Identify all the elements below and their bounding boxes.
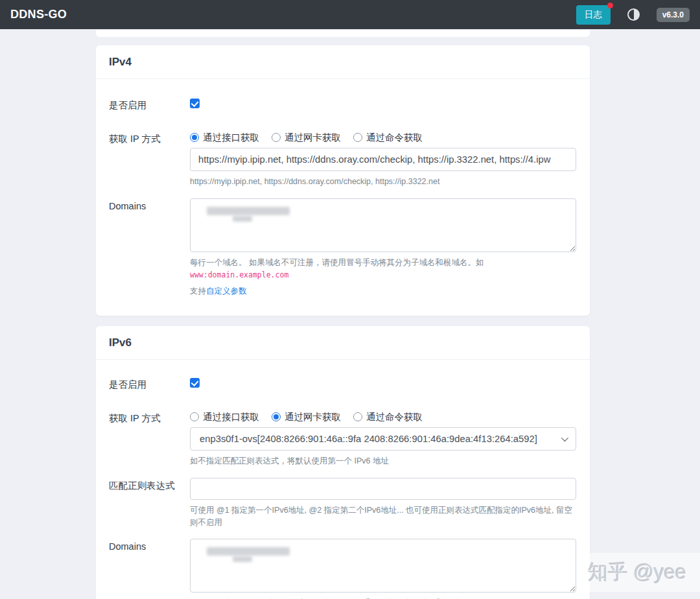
ipv4-domains-textarea[interactable] — [190, 198, 576, 252]
ipv6-enable-label: 是否启用 — [109, 377, 190, 392]
ipv6-interface-help: 如不指定匹配正则表达式，将默认使用第一个 IPv6 地址 — [190, 455, 576, 467]
ipv4-domains-label: Domains — [109, 198, 190, 298]
ipv6-regex-help: 可使用 @1 指定第一个IPv6地址, @2 指定第二个IPv6地址... 也可… — [190, 504, 576, 529]
ipv4-method-radios: 通过接口获取 通过网卡获取 通过命令获取 — [190, 131, 576, 144]
ipv4-enable-label: 是否启用 — [109, 97, 190, 112]
notification-dot-icon — [607, 3, 613, 8]
ipv4-card: IPv4 是否启用 获取 IP 方式 通过接口获取 — [96, 45, 590, 316]
ipv6-interface-select[interactable]: enp3s0f1-ovs[2408:8266:901:46a::9fa 2408… — [190, 427, 576, 451]
ipv4-domains-help: 每行一个域名。 如果域名不可注册，请使用冒号手动将其分为子域名和根域名。如 ww… — [190, 257, 576, 281]
example-domain-code: www:domain.example.com — [190, 270, 288, 279]
ipv6-method-radios: 通过接口获取 通过网卡获取 通过命令获取 — [190, 410, 576, 423]
ipv6-regex-label: 匹配正则表达式 — [109, 478, 190, 529]
custom-params-link[interactable]: 自定义参数 — [206, 287, 247, 296]
logs-button-label: 日志 — [585, 10, 602, 19]
ipv4-title: IPv4 — [109, 56, 132, 69]
ipv4-method-netcard[interactable]: 通过网卡获取 — [272, 132, 341, 144]
ipv4-enable-checkbox[interactable] — [190, 99, 200, 108]
app-brand: DDNS-GO — [10, 8, 67, 21]
version-badge: v6.3.0 — [657, 8, 690, 22]
ipv6-method-interface[interactable]: 通过接口获取 — [190, 411, 259, 423]
ipv4-api-url-input[interactable] — [190, 148, 576, 171]
ipv6-card: IPv6 是否启用 获取 IP 方式 通过接口获取 — [96, 326, 590, 599]
radio-unchecked-icon — [190, 412, 199, 421]
ipv4-method-label: 获取 IP 方式 — [109, 131, 190, 188]
ipv4-method-interface[interactable]: 通过接口获取 — [190, 132, 259, 144]
ipv6-card-header: IPv6 — [96, 326, 590, 360]
ipv6-method-label: 获取 IP 方式 — [109, 410, 190, 467]
previous-card-bottom-edge — [96, 30, 590, 37]
ipv6-enable-checkbox[interactable] — [190, 378, 200, 388]
ipv4-domains-help-2: 支持自定义参数 — [190, 285, 576, 298]
radio-unchecked-icon — [272, 133, 281, 142]
ipv4-api-url-help: https://myip.ipip.net, https://ddns.oray… — [190, 176, 576, 188]
radio-unchecked-icon — [353, 412, 362, 421]
page-content: IPv4 是否启用 获取 IP 方式 通过接口获取 — [96, 30, 590, 599]
ipv6-regex-input[interactable] — [190, 478, 576, 500]
ipv6-title: IPv6 — [109, 336, 132, 349]
ipv6-method-netcard[interactable]: 通过网卡获取 — [272, 411, 341, 423]
ipv4-method-command[interactable]: 通过命令获取 — [353, 132, 423, 144]
top-navbar: DDNS-GO 日志 v6.3.0 — [0, 0, 700, 29]
radio-checked-icon — [190, 133, 199, 142]
chevron-down-icon — [561, 434, 568, 441]
ipv6-method-command[interactable]: 通过命令获取 — [353, 411, 423, 423]
radio-checked-icon — [272, 412, 281, 421]
ipv4-card-header: IPv4 — [96, 45, 590, 79]
ipv6-domains-label: Domains — [109, 539, 190, 599]
watermark: 知乎 @yee — [579, 553, 700, 592]
radio-unchecked-icon — [353, 133, 362, 142]
theme-toggle-icon[interactable] — [627, 8, 640, 21]
ipv6-domains-textarea[interactable] — [190, 539, 576, 593]
logs-button[interactable]: 日志 — [576, 5, 611, 25]
